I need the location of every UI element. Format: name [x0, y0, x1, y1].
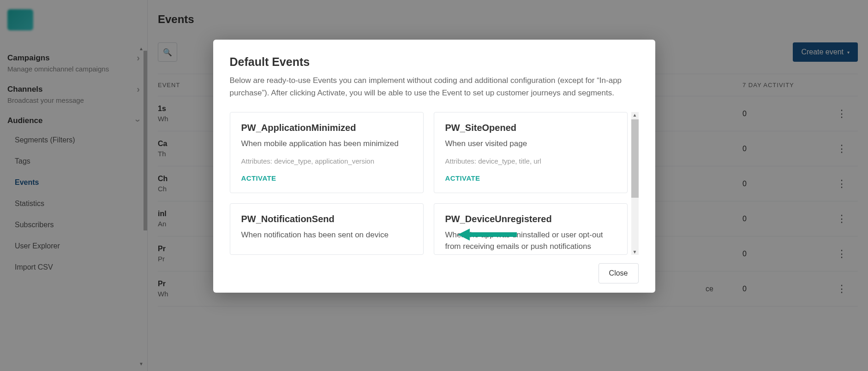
modal-overlay: Default Events Below are ready-to-use Ev… [0, 0, 868, 371]
activate-button[interactable]: ACTIVATE [445, 174, 480, 182]
card-desc: When notification has been sent on devic… [241, 229, 412, 241]
card-title: PW_NotificationSend [241, 214, 412, 224]
event-card: PW_DeviceUnregistered When the app was u… [434, 203, 628, 255]
event-card: PW_SiteOpened When user visited page Att… [434, 112, 628, 193]
scrollbar-thumb[interactable] [631, 119, 639, 198]
scroll-up-icon[interactable]: ▲ [631, 112, 639, 118]
modal-description: Below are ready-to-use Events you can im… [230, 74, 639, 99]
card-title: PW_SiteOpened [445, 123, 616, 133]
activate-button[interactable]: ACTIVATE [241, 174, 276, 182]
event-card: PW_ApplicationMinimized When mobile appl… [230, 112, 424, 193]
default-events-modal: Default Events Below are ready-to-use Ev… [213, 40, 655, 293]
cards-container: PW_ApplicationMinimized When mobile appl… [230, 112, 639, 255]
card-desc: When the app was uninstalled or user opt… [445, 229, 616, 253]
card-desc: When user visited page [445, 138, 616, 150]
card-title: PW_DeviceUnregistered [445, 214, 616, 224]
scroll-down-icon[interactable]: ▼ [631, 249, 639, 254]
modal-title: Default Events [230, 55, 639, 69]
event-card: PW_NotificationSend When notification ha… [230, 203, 424, 255]
modal-footer: Close [230, 255, 639, 283]
card-attrs: Attributes: device_type, title, url [445, 157, 616, 165]
close-button[interactable]: Close [599, 263, 639, 283]
cards-scrollbar[interactable]: ▲ ▼ [631, 112, 639, 255]
card-desc: When mobile application has been minimiz… [241, 138, 412, 150]
card-title: PW_ApplicationMinimized [241, 123, 412, 133]
card-attrs: Attributes: device_type, application_ver… [241, 157, 412, 165]
